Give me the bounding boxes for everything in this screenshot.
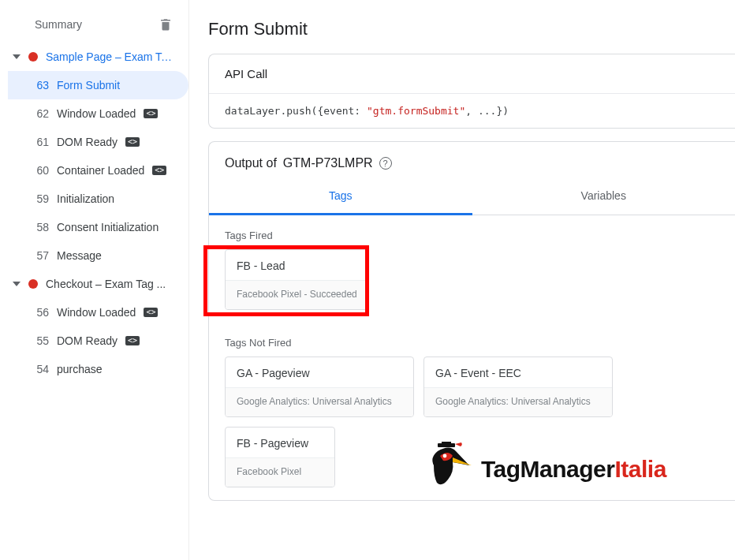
tag-name: FB - Lead bbox=[226, 250, 368, 280]
page-group-sample[interactable]: Sample Page – Exam Ta... bbox=[0, 43, 188, 71]
page-title: Form Submit bbox=[208, 19, 735, 39]
chevron-down-icon bbox=[13, 282, 21, 286]
event-row-window-loaded-2[interactable]: 56 Window Loaded <> bbox=[8, 298, 188, 327]
event-list-sample: 63 Form Submit 62 Window Loaded <> 61 DO… bbox=[0, 71, 188, 270]
tag-meta: Google Analytics: Universal Analytics bbox=[424, 387, 612, 416]
code-badge-icon: <> bbox=[144, 109, 158, 118]
svg-point-0 bbox=[443, 454, 447, 458]
event-number: 61 bbox=[32, 136, 49, 148]
output-container-id: GTM-P73LMPR bbox=[283, 156, 373, 170]
code-string: "gtm.formSubmit" bbox=[367, 105, 465, 117]
recording-dot-icon bbox=[28, 279, 38, 289]
event-number: 62 bbox=[32, 107, 49, 120]
tab-tags[interactable]: Tags bbox=[209, 178, 472, 215]
api-call-code: dataLayer.push({event: "gtm.formSubmit",… bbox=[209, 94, 735, 128]
output-tabs: Tags Variables bbox=[209, 178, 735, 215]
tag-meta: Google Analytics: Universal Analytics bbox=[226, 387, 413, 416]
page-group-title: Sample Page – Exam Ta... bbox=[46, 50, 176, 63]
event-row-message[interactable]: 57 Message bbox=[8, 241, 188, 270]
tag-name: GA - Pageview bbox=[226, 357, 413, 387]
api-call-title: API Call bbox=[209, 54, 735, 94]
event-row-dom-ready-2[interactable]: 55 DOM Ready <> bbox=[8, 327, 188, 355]
event-label: Container Loaded bbox=[57, 164, 144, 177]
event-row-purchase[interactable]: 54 purchase bbox=[8, 355, 188, 383]
event-label: Message bbox=[57, 249, 102, 262]
page-group-title: Checkout – Exam Tag ... bbox=[46, 278, 166, 290]
code-badge-icon: <> bbox=[125, 336, 140, 345]
event-label: Consent Initialization bbox=[57, 221, 159, 233]
code-suffix: , ...}) bbox=[465, 105, 509, 117]
event-row-consent-initialization[interactable]: 58 Consent Initialization bbox=[8, 213, 188, 241]
help-icon[interactable]: ? bbox=[379, 157, 392, 170]
output-title: Output of GTM-P73LMPR ? bbox=[209, 142, 735, 178]
tags-fired-grid: FB - Lead Facebook Pixel - Succeeded bbox=[209, 249, 735, 323]
code-badge-icon: <> bbox=[125, 137, 140, 147]
tag-chip-ga-pageview[interactable]: GA - Pageview Google Analytics: Universa… bbox=[225, 357, 414, 417]
event-row-form-submit[interactable]: 63 Form Submit bbox=[8, 71, 188, 99]
event-row-window-loaded[interactable]: 62 Window Loaded <> bbox=[8, 99, 188, 128]
event-number: 54 bbox=[32, 363, 49, 375]
logo-text: TagManagerItalia bbox=[481, 456, 666, 483]
tag-chip-ga-event-eec[interactable]: GA - Event - EEC Google Analytics: Unive… bbox=[423, 357, 613, 417]
event-number: 63 bbox=[32, 79, 49, 91]
tags-fired-label: Tags Fired bbox=[225, 230, 735, 241]
tag-chip-fb-lead[interactable]: FB - Lead Facebook Pixel - Succeeded bbox=[225, 249, 369, 310]
event-label: DOM Ready bbox=[57, 334, 118, 347]
event-label: Window Loaded bbox=[57, 306, 136, 319]
event-label: DOM Ready bbox=[57, 136, 118, 148]
page-group-checkout[interactable]: Checkout – Exam Tag ... bbox=[0, 270, 188, 298]
code-badge-icon: <> bbox=[152, 166, 166, 175]
event-label: Window Loaded bbox=[57, 107, 136, 120]
logo-text-black: TagManager bbox=[481, 456, 614, 482]
chevron-down-icon bbox=[13, 54, 21, 59]
event-number: 57 bbox=[32, 249, 49, 262]
sidebar: Summary Sample Page – Exam Ta... 63 Form… bbox=[0, 0, 189, 560]
event-number: 55 bbox=[32, 334, 49, 347]
recording-dot-icon bbox=[28, 52, 38, 62]
event-number: 58 bbox=[32, 221, 49, 233]
event-row-dom-ready[interactable]: 61 DOM Ready <> bbox=[8, 128, 188, 156]
woodpecker-icon bbox=[426, 442, 473, 497]
event-list-checkout: 56 Window Loaded <> 55 DOM Ready <> 54 p… bbox=[0, 298, 188, 383]
tag-name: GA - Event - EEC bbox=[424, 357, 612, 387]
event-number: 59 bbox=[32, 192, 49, 205]
tag-chip-fb-pageview[interactable]: FB - Pageview Facebook Pixel bbox=[225, 427, 335, 487]
event-label: purchase bbox=[57, 363, 103, 375]
api-call-card: API Call dataLayer.push({event: "gtm.for… bbox=[208, 54, 735, 129]
tags-not-fired-label: Tags Not Fired bbox=[225, 337, 735, 349]
main-panel: Form Submit API Call dataLayer.push({eve… bbox=[189, 0, 735, 560]
event-label: Initialization bbox=[57, 192, 114, 205]
tag-meta: Facebook Pixel bbox=[226, 457, 334, 487]
event-number: 60 bbox=[32, 164, 49, 177]
summary-label: Summary bbox=[35, 18, 82, 31]
event-row-initialization[interactable]: 59 Initialization bbox=[8, 185, 188, 213]
event-label: Form Submit bbox=[57, 79, 120, 91]
tab-variables[interactable]: Variables bbox=[472, 178, 736, 215]
event-number: 56 bbox=[32, 306, 49, 319]
tag-meta: Facebook Pixel - Succeeded bbox=[226, 280, 368, 309]
event-row-container-loaded[interactable]: 60 Container Loaded <> bbox=[8, 156, 188, 185]
code-prefix: dataLayer.push({event: bbox=[225, 105, 367, 117]
logo: TagManagerItalia bbox=[426, 442, 666, 497]
tag-name: FB - Pageview bbox=[226, 427, 334, 457]
output-title-prefix: Output of bbox=[225, 156, 277, 170]
clear-icon[interactable] bbox=[159, 17, 173, 32]
logo-text-red: Italia bbox=[614, 456, 666, 482]
summary-row[interactable]: Summary bbox=[0, 9, 188, 43]
svg-rect-2 bbox=[442, 442, 451, 445]
code-badge-icon: <> bbox=[144, 308, 158, 317]
